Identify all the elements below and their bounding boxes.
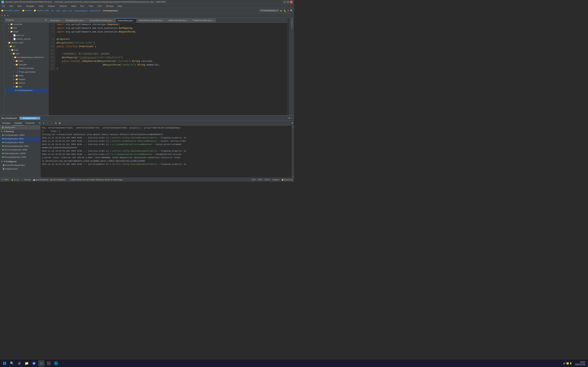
run-dashboard-status[interactable]: ▶ Run Dashboard [51,179,66,181]
tab-elmpl[interactable]: elmpl.java ✕ [49,18,64,23]
tree-item-tpaylogcontroller[interactable]: CTPayLogController [4,70,48,74]
run-item-apigateway[interactable]: ApiGatewayApplication :9001/ [0,144,40,148]
menu-run[interactable]: Run [79,5,85,8]
menu-edit[interactable]: Edit [9,5,14,8]
tree-item-controller[interactable]: ▼📁controller [4,63,48,67]
menu-navigate[interactable]: Navigate [25,5,35,8]
run-item-serviceuc[interactable]: ServiceUcApplication :8006/ [0,148,40,151]
breadcrumb-project[interactable]: 📁 education_parent [1,9,20,12]
tab-endpoints[interactable]: Endpoints [24,121,36,125]
panel-minimize-icon[interactable]: ─ [291,117,293,119]
tab-courseapicontroller[interactable]: CourseApiController.java ✕ [87,18,116,23]
tree-item-target[interactable]: ▼📁target [4,30,48,33]
tab-videoadmincontroller-close[interactable]: ✕ [163,19,164,21]
breadcrumb-com[interactable]: com [68,9,72,12]
tree-item-client[interactable]: ▼📁client [4,59,48,63]
encoding-indicator[interactable]: UTF-8 [265,179,270,181]
tab-videoadmincontroller[interactable]: VideoAdminController.java ✕ [137,18,166,23]
sidebar-settings-icon[interactable]: ⚙ [45,19,47,21]
tree-item-java[interactable]: ▼📁java [4,52,48,55]
breadcrumb-java[interactable]: java [63,9,66,12]
tree-item-test[interactable]: ▶📁test [4,26,48,30]
structure-side-icon[interactable]: 7 [0,27,4,32]
menu-view[interactable]: View [16,5,23,8]
run-item-servicesms[interactable]: 🍃 ServiceSmsApplication [0,163,40,167]
breadcrumb-orderapplication[interactable]: OrderApplication [103,9,118,12]
tree-item-iml[interactable]: 📄service_edu.iml [4,37,48,41]
breadcrumb-pkg[interactable]: xiaogutongxue [74,9,88,12]
tree-item-mapper[interactable]: ▶📁mapper [4,77,48,81]
code-editor[interactable]: 4 5 6 8 9 10 11 12 13 14 15 16 import or… [49,23,287,115]
tree-item-orderapplication[interactable]: ▶OrderApplication [4,88,48,92]
tab-debugger[interactable]: Debugger [0,121,12,125]
run-item-video[interactable]: VideoApplication :8009/ [0,151,40,155]
sync-icon[interactable]: ↻ [7,15,9,17]
tab-orderclient[interactable]: OrderClient.java ✕ [116,18,137,23]
search-button[interactable]: 🔍 [290,9,293,12]
breadcrumb-service[interactable]: 📁 service [22,9,32,12]
tab-tordercontroller[interactable]: TOrderController.java ✕ [190,18,216,23]
menu-vcs[interactable]: VCS [96,5,103,8]
run-item-vod[interactable]: 🍃 VodApplication [0,167,40,171]
java-enterprise-icon[interactable]: ☕ Java Enterprise [33,179,49,181]
event-log-btn[interactable]: 🔔 Event Log [282,179,293,181]
tree-item-pkg[interactable]: ▼📁com.xiaogutongxue.orderservice [4,55,48,59]
tab-videocontroller-close[interactable]: ✕ [187,19,189,21]
console-btn-4[interactable]: ↓ [50,121,54,125]
todo-icon[interactable]: 6: TODO [1,179,9,181]
edu-application-tab[interactable]: EduApplication ✕ [19,117,40,120]
menu-window[interactable]: Window [105,5,114,8]
tab-eduapplication-close[interactable]: ✕ [84,19,86,21]
console-btn-2[interactable]: ≡ [42,121,46,125]
run-item-edu[interactable]: EduApplication :8001/ [0,137,40,141]
console-btn-5[interactable]: ⏸ [54,121,58,125]
scroll-up-icon[interactable]: ▲ [292,126,294,128]
tree-item-resources[interactable]: ▶📁resources [4,22,48,26]
position-indicator[interactable]: 5:59 [252,179,255,181]
tab-tordercontroller-close[interactable]: ✕ [212,19,214,21]
log-scrollbar[interactable]: ▲ ▼ [292,125,294,178]
maximize-button[interactable]: □ [287,1,289,3]
line-sep-indicator[interactable]: CRLF [258,179,262,181]
tab-eduapplication[interactable]: EduApplication.java ✕ [64,18,88,23]
tree-item-src[interactable]: ▼📁src [4,44,48,48]
terminal-icon[interactable]: ⬛ Terminal [21,179,31,181]
run-item-wxlogin[interactable]: WxLoginApplication :8160/ [0,155,40,159]
edu-application-close[interactable]: ✕ [37,117,39,119]
breadcrumb-main[interactable]: main [56,9,61,12]
indent-indicator[interactable]: 4 spaces [272,179,279,181]
run-button[interactable]: ▶ [280,9,282,12]
structure-icon[interactable]: ⊞ [1,15,3,17]
tab-orderclient-close[interactable]: ✕ [133,20,135,21]
breadcrumb-service-order[interactable]: 📁 service_order [34,9,49,12]
debug-button[interactable]: 🐛 [284,9,287,12]
tab-console[interactable]: Console [12,121,24,125]
console-btn-3[interactable]: ↑ [46,121,50,125]
tree-item-service[interactable]: ▶📁service [4,81,48,85]
menu-refactor[interactable]: Refactor [58,5,68,8]
project-icon[interactable]: 1 [0,19,4,23]
tree-item-tordercontroller[interactable]: CTOrderController [4,67,48,70]
console-btn-6[interactable]: 🗑 [58,121,62,125]
breadcrumb-orderservice[interactable]: orderservice [90,9,101,12]
console-btn-1[interactable]: ⟳ [38,121,42,125]
breadcrumb-src[interactable]: src [51,9,54,12]
tab-videocontroller[interactable]: VideoController.java ✕ [166,18,190,23]
scroll-down-icon[interactable]: ▼ [292,175,294,177]
tree-item-entity[interactable]: ▶📁entity [4,74,48,77]
run-item-oss[interactable]: OssApplication :8002/ [0,141,40,144]
menu-code[interactable]: Code [37,5,44,8]
run-item-cms[interactable]: CmsApplication :8004/ [0,133,40,137]
gear-icon[interactable]: ⚙ [4,15,6,17]
minimize-button[interactable]: ─ [283,1,286,3]
menu-help[interactable]: Help [117,5,123,8]
spring-icon[interactable]: 🍃 Spring [11,179,19,181]
fav-icon[interactable]: 2 [0,23,4,27]
close-button[interactable]: ✕ [290,1,293,3]
menu-build[interactable]: Build [70,5,77,8]
stop-button[interactable]: ■ [288,9,289,12]
panel-settings-icon[interactable]: ⚙ [288,117,290,119]
log-panel-settings[interactable]: ⚙ [291,122,293,124]
log-panel[interactable]: Row: 18728748826868776825; -188871878228… [40,125,292,178]
menu-tools[interactable]: Tools [87,5,94,8]
